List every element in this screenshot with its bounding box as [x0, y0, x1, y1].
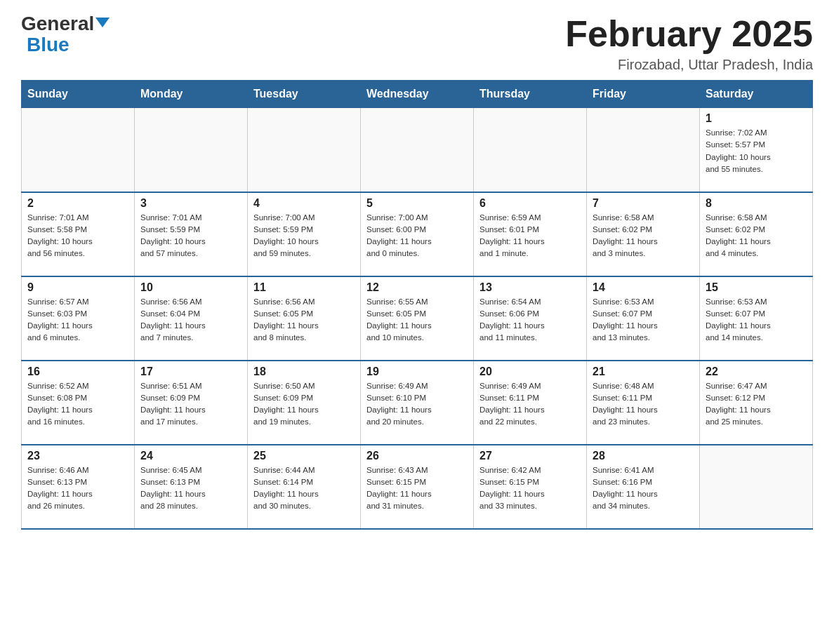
- col-sunday: Sunday: [22, 81, 135, 108]
- calendar-cell: [587, 108, 700, 192]
- day-info: Sunrise: 6:56 AM Sunset: 6:04 PM Dayligh…: [140, 296, 241, 344]
- col-saturday: Saturday: [700, 81, 813, 108]
- day-info: Sunrise: 6:54 AM Sunset: 6:06 PM Dayligh…: [479, 296, 581, 344]
- col-wednesday: Wednesday: [361, 81, 474, 108]
- calendar-cell: 8Sunrise: 6:58 AM Sunset: 6:02 PM Daylig…: [700, 192, 813, 276]
- logo: General Blue: [21, 14, 110, 55]
- day-number: 21: [593, 365, 694, 378]
- day-info: Sunrise: 6:53 AM Sunset: 6:07 PM Dayligh…: [706, 296, 807, 344]
- col-thursday: Thursday: [474, 81, 587, 108]
- calendar-cell: 9Sunrise: 6:57 AM Sunset: 6:03 PM Daylig…: [22, 276, 135, 361]
- calendar-week-1: 1Sunrise: 7:02 AM Sunset: 5:57 PM Daylig…: [22, 108, 813, 192]
- day-info: Sunrise: 7:01 AM Sunset: 5:58 PM Dayligh…: [27, 212, 128, 260]
- col-friday: Friday: [587, 81, 700, 108]
- calendar-cell: 19Sunrise: 6:49 AM Sunset: 6:10 PM Dayli…: [361, 361, 474, 445]
- day-number: 1: [706, 112, 807, 125]
- day-number: 22: [706, 365, 807, 378]
- day-info: Sunrise: 7:02 AM Sunset: 5:57 PM Dayligh…: [706, 127, 807, 175]
- calendar-cell: 4Sunrise: 7:00 AM Sunset: 5:59 PM Daylig…: [248, 192, 361, 276]
- day-info: Sunrise: 6:45 AM Sunset: 6:13 PM Dayligh…: [140, 464, 241, 513]
- calendar-cell: 16Sunrise: 6:52 AM Sunset: 6:08 PM Dayli…: [22, 361, 135, 445]
- day-info: Sunrise: 6:52 AM Sunset: 6:08 PM Dayligh…: [27, 380, 128, 429]
- day-info: Sunrise: 6:58 AM Sunset: 6:02 PM Dayligh…: [706, 212, 807, 260]
- calendar-cell: 11Sunrise: 6:56 AM Sunset: 6:05 PM Dayli…: [248, 276, 361, 361]
- day-info: Sunrise: 6:49 AM Sunset: 6:11 PM Dayligh…: [479, 380, 581, 429]
- calendar-cell: [135, 108, 248, 192]
- calendar-cell: 5Sunrise: 7:00 AM Sunset: 6:00 PM Daylig…: [361, 192, 474, 276]
- calendar-cell: 18Sunrise: 6:50 AM Sunset: 6:09 PM Dayli…: [248, 361, 361, 445]
- day-number: 8: [706, 197, 807, 210]
- calendar-cell: [22, 108, 135, 192]
- calendar-cell: 7Sunrise: 6:58 AM Sunset: 6:02 PM Daylig…: [587, 192, 700, 276]
- calendar-table: Sunday Monday Tuesday Wednesday Thursday…: [21, 80, 813, 530]
- day-number: 3: [140, 197, 241, 210]
- day-number: 2: [27, 197, 128, 210]
- calendar-cell: 14Sunrise: 6:53 AM Sunset: 6:07 PM Dayli…: [587, 276, 700, 361]
- day-info: Sunrise: 6:42 AM Sunset: 6:15 PM Dayligh…: [479, 464, 581, 513]
- day-number: 20: [479, 365, 581, 378]
- day-number: 23: [27, 450, 128, 462]
- day-number: 18: [253, 365, 355, 378]
- day-number: 15: [706, 281, 807, 294]
- calendar-cell: 27Sunrise: 6:42 AM Sunset: 6:15 PM Dayli…: [474, 445, 587, 529]
- day-number: 26: [366, 450, 468, 462]
- logo-general-text: General: [21, 14, 110, 34]
- day-info: Sunrise: 6:44 AM Sunset: 6:14 PM Dayligh…: [253, 464, 355, 513]
- day-number: 4: [253, 197, 355, 210]
- day-info: Sunrise: 6:49 AM Sunset: 6:10 PM Dayligh…: [366, 380, 468, 429]
- day-number: 25: [253, 450, 355, 462]
- day-number: 19: [366, 365, 468, 378]
- logo-blue-text: Blue: [27, 35, 70, 55]
- title-block: February 2025 Firozabad, Uttar Pradesh, …: [565, 14, 813, 73]
- day-info: Sunrise: 6:58 AM Sunset: 6:02 PM Dayligh…: [593, 212, 694, 260]
- calendar-cell: 10Sunrise: 6:56 AM Sunset: 6:04 PM Dayli…: [135, 276, 248, 361]
- calendar-title: February 2025: [565, 14, 813, 54]
- day-number: 9: [27, 281, 128, 294]
- calendar-cell: 28Sunrise: 6:41 AM Sunset: 6:16 PM Dayli…: [587, 445, 700, 529]
- day-number: 24: [140, 450, 241, 462]
- calendar-subtitle: Firozabad, Uttar Pradesh, India: [565, 57, 813, 73]
- calendar-cell: 20Sunrise: 6:49 AM Sunset: 6:11 PM Dayli…: [474, 361, 587, 445]
- logo-triangle-icon: [95, 18, 110, 27]
- calendar-cell: [474, 108, 587, 192]
- day-number: 12: [366, 281, 468, 294]
- col-tuesday: Tuesday: [248, 81, 361, 108]
- calendar-cell: 26Sunrise: 6:43 AM Sunset: 6:15 PM Dayli…: [361, 445, 474, 529]
- calendar-cell: 21Sunrise: 6:48 AM Sunset: 6:11 PM Dayli…: [587, 361, 700, 445]
- day-info: Sunrise: 6:55 AM Sunset: 6:05 PM Dayligh…: [366, 296, 468, 344]
- day-number: 28: [593, 450, 694, 462]
- calendar-week-2: 2Sunrise: 7:01 AM Sunset: 5:58 PM Daylig…: [22, 192, 813, 276]
- page-header: General Blue February 2025 Firozabad, Ut…: [21, 14, 813, 73]
- calendar-cell: 1Sunrise: 7:02 AM Sunset: 5:57 PM Daylig…: [700, 108, 813, 192]
- calendar-cell: 6Sunrise: 6:59 AM Sunset: 6:01 PM Daylig…: [474, 192, 587, 276]
- day-number: 17: [140, 365, 241, 378]
- calendar-cell: [700, 445, 813, 529]
- day-info: Sunrise: 6:43 AM Sunset: 6:15 PM Dayligh…: [366, 464, 468, 513]
- calendar-header: Sunday Monday Tuesday Wednesday Thursday…: [22, 81, 813, 108]
- calendar-cell: 22Sunrise: 6:47 AM Sunset: 6:12 PM Dayli…: [700, 361, 813, 445]
- day-info: Sunrise: 6:41 AM Sunset: 6:16 PM Dayligh…: [593, 464, 694, 513]
- day-info: Sunrise: 7:01 AM Sunset: 5:59 PM Dayligh…: [140, 212, 241, 260]
- day-info: Sunrise: 7:00 AM Sunset: 5:59 PM Dayligh…: [253, 212, 355, 260]
- calendar-cell: 17Sunrise: 6:51 AM Sunset: 6:09 PM Dayli…: [135, 361, 248, 445]
- day-number: 13: [479, 281, 581, 294]
- calendar-cell: 23Sunrise: 6:46 AM Sunset: 6:13 PM Dayli…: [22, 445, 135, 529]
- day-info: Sunrise: 6:53 AM Sunset: 6:07 PM Dayligh…: [593, 296, 694, 344]
- calendar-cell: 12Sunrise: 6:55 AM Sunset: 6:05 PM Dayli…: [361, 276, 474, 361]
- calendar-cell: 2Sunrise: 7:01 AM Sunset: 5:58 PM Daylig…: [22, 192, 135, 276]
- day-number: 27: [479, 450, 581, 462]
- calendar-cell: 25Sunrise: 6:44 AM Sunset: 6:14 PM Dayli…: [248, 445, 361, 529]
- calendar-cell: 13Sunrise: 6:54 AM Sunset: 6:06 PM Dayli…: [474, 276, 587, 361]
- calendar-cell: 24Sunrise: 6:45 AM Sunset: 6:13 PM Dayli…: [135, 445, 248, 529]
- header-row: Sunday Monday Tuesday Wednesday Thursday…: [22, 81, 813, 108]
- day-number: 7: [593, 197, 694, 210]
- day-info: Sunrise: 6:57 AM Sunset: 6:03 PM Dayligh…: [27, 296, 128, 344]
- day-info: Sunrise: 6:48 AM Sunset: 6:11 PM Dayligh…: [593, 380, 694, 429]
- day-number: 5: [366, 197, 468, 210]
- day-number: 6: [479, 197, 581, 210]
- day-info: Sunrise: 6:56 AM Sunset: 6:05 PM Dayligh…: [253, 296, 355, 344]
- day-number: 11: [253, 281, 355, 294]
- calendar-week-5: 23Sunrise: 6:46 AM Sunset: 6:13 PM Dayli…: [22, 445, 813, 529]
- day-number: 14: [593, 281, 694, 294]
- calendar-week-4: 16Sunrise: 6:52 AM Sunset: 6:08 PM Dayli…: [22, 361, 813, 445]
